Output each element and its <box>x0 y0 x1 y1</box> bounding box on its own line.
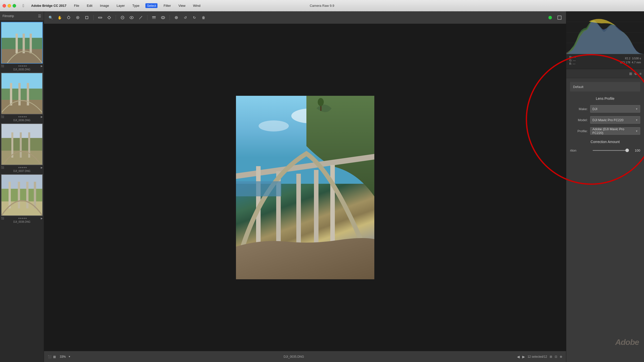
close-button[interactable] <box>3 4 6 8</box>
menu-type[interactable]: Type <box>131 3 141 8</box>
filter-icon[interactable]: ⊞ <box>550 355 552 358</box>
svg-rect-19 <box>2 189 42 201</box>
right-panel: R: --- G: --- B: --- f/2.2 1/100 s ISO 1… <box>566 11 644 362</box>
svg-rect-37 <box>152 16 156 17</box>
panel-icon-crop[interactable]: ⊞ <box>629 72 632 76</box>
next-image-button[interactable]: ▶ <box>522 355 525 359</box>
svg-rect-13 <box>2 138 42 151</box>
menu-bar:  Adobe Bridge CC 2017 File Edit Image L… <box>0 0 644 11</box>
svg-rect-7 <box>2 88 42 100</box>
svg-rect-39 <box>152 18 156 19</box>
make-dropdown-icon: ▼ <box>635 108 638 110</box>
thumbnail-image-2 <box>2 73 42 114</box>
redeye-tool[interactable] <box>128 14 135 21</box>
main-layout: Filmstrip ☰ <box>0 11 644 362</box>
filmstrip-menu-icon[interactable]: ☰ <box>38 14 41 18</box>
info-rgb: R: --- G: --- B: --- <box>569 56 576 65</box>
svg-line-36 <box>140 16 142 19</box>
trash-tool[interactable]: 🗑 <box>200 14 207 21</box>
svg-rect-22 <box>18 182 20 208</box>
fullscreen-tool[interactable] <box>556 14 563 21</box>
svg-point-43 <box>176 17 177 18</box>
model-select[interactable]: DJI Mavic Pro FC220 ▼ <box>590 116 640 124</box>
make-label: Make: <box>570 107 588 111</box>
zoom-value: 33% <box>58 355 67 358</box>
filmstrip-flag-icon-1: ⬛ <box>1 65 4 67</box>
filmstrip-thumbnail-4 <box>1 174 43 216</box>
rotate-ccw-tool[interactable]: ↺ <box>182 14 189 21</box>
svg-rect-1 <box>2 38 42 49</box>
filmstrip-item-1[interactable]: ⬛ ▶ DJI_0035.DNG <box>1 22 43 71</box>
profile-select[interactable]: Adobe (DJI Mavic Pro FC220) ▼ <box>590 127 640 135</box>
svg-rect-38 <box>152 17 156 18</box>
filmstrip-item-2[interactable]: ⬛ ▶ DJI_0036.DNG <box>1 73 43 122</box>
distortion-thumb[interactable] <box>625 149 629 152</box>
filmstrip-title: Filmstrip <box>3 14 14 18</box>
filmstrip-arrow-icon-3: ▶ <box>41 166 43 169</box>
zoom-control[interactable]: 33% ▼ <box>58 355 71 358</box>
distortion-slider[interactable] <box>593 148 629 153</box>
maximize-button[interactable] <box>13 4 16 8</box>
menu-select[interactable]: Select <box>145 3 157 8</box>
color-sampler-tool[interactable] <box>65 14 72 21</box>
view-list-icon[interactable]: ▦ <box>53 355 56 358</box>
distortion-row: rtion 100 <box>570 148 640 153</box>
svg-rect-12 <box>2 124 42 138</box>
filmstrip-item-4[interactable]: ⬛ ▶ DJI_0038.DNG <box>1 174 43 223</box>
filmstrip-arrow-icon-1: ▶ <box>41 65 43 67</box>
menu-image[interactable]: Image <box>98 3 110 8</box>
default-bar: Default <box>570 82 640 92</box>
thumbnail-image-4 <box>2 175 42 215</box>
spot-removal-tool[interactable] <box>119 14 126 21</box>
add-icon[interactable]: ⊕ <box>560 355 562 358</box>
panel-icon-settings[interactable]: ⚙ <box>634 72 637 76</box>
hand-tool[interactable]: ✋ <box>56 14 63 21</box>
brush-tool[interactable] <box>137 14 144 21</box>
compare-icon[interactable]: ⊡ <box>555 355 557 358</box>
image-area: 🔍 ✋ <box>44 11 566 362</box>
app-name: Adobe Bridge CC 2017 <box>30 3 68 8</box>
preferences-tool[interactable] <box>173 14 180 21</box>
distortion-value: 100 <box>631 149 640 152</box>
menu-filter[interactable]: Filter <box>162 3 172 8</box>
radial-filter-tool[interactable] <box>159 14 167 21</box>
crop-tool[interactable] <box>83 14 90 21</box>
zoom-dropdown-icon[interactable]: ▼ <box>68 355 71 358</box>
svg-rect-18 <box>2 175 42 189</box>
svg-rect-5 <box>30 34 32 53</box>
minimize-button[interactable] <box>8 4 11 8</box>
filmstrip-dots-4 <box>18 218 27 219</box>
zoom-tool[interactable]: 🔍 <box>47 14 54 21</box>
prev-image-button[interactable]: ◀ <box>517 355 520 359</box>
filmstrip-item-4-bottom: ⬛ ▶ <box>1 216 43 220</box>
menu-edit[interactable]: Edit <box>85 3 94 8</box>
svg-rect-55 <box>236 181 281 196</box>
panel-icon-list[interactable]: ≡ <box>639 72 641 76</box>
transform-tool[interactable] <box>106 14 113 21</box>
graduated-filter-tool[interactable] <box>150 14 157 21</box>
target-adjust-tool[interactable] <box>74 14 81 21</box>
filmstrip-arrow-icon-4: ▶ <box>41 217 43 220</box>
rotate-cw-tool[interactable]: ↻ <box>191 14 198 21</box>
profile-label: Profile: <box>570 129 588 133</box>
profile-row: Profile: Adobe (DJI Mavic Pro FC220) ▼ <box>570 127 640 135</box>
menu-wind[interactable]: Wind <box>191 3 202 8</box>
svg-rect-44 <box>558 16 561 19</box>
main-image-container[interactable] <box>44 24 566 351</box>
menu-file[interactable]: File <box>72 3 81 8</box>
make-select[interactable]: DJI ▼ <box>590 105 640 113</box>
svg-rect-23 <box>26 182 28 208</box>
model-value: DJI Mavic Pro FC220 <box>592 118 624 122</box>
straighten-tool[interactable] <box>97 14 104 21</box>
svg-point-28 <box>77 17 78 18</box>
filmstrip-item-3-bottom: ⬛ ▶ <box>1 166 43 169</box>
svg-rect-10 <box>18 83 21 105</box>
toolbar: 🔍 ✋ <box>44 11 566 24</box>
menu-layer[interactable]: Layer <box>115 3 127 8</box>
menu-view[interactable]: View <box>177 3 187 8</box>
toolbar-separator-4 <box>170 15 170 20</box>
thumbnail-image-3 <box>2 124 42 165</box>
thumbnail-image-1 <box>2 22 42 63</box>
view-grid-icon[interactable]: ⬛ <box>48 355 52 358</box>
filmstrip-item-3[interactable]: ⬛ ▶ DJI_0037.DNG <box>1 123 43 173</box>
